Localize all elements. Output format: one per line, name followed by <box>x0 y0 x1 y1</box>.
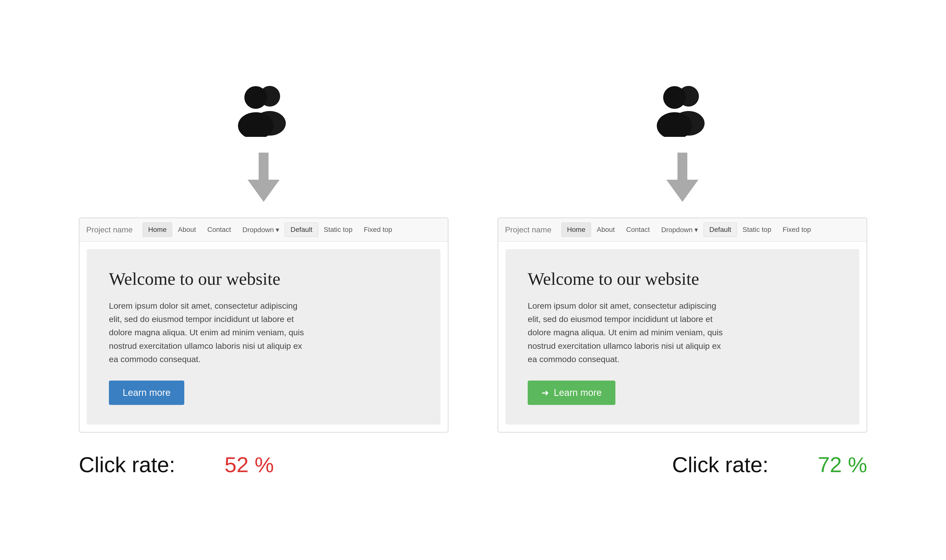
variant-b: Project name Home About Contact Dropdown… <box>498 83 867 477</box>
nav-fixedtop-b[interactable]: Fixed top <box>777 223 817 237</box>
nav-statictop-b[interactable]: Static top <box>737 223 777 237</box>
svg-rect-4 <box>259 152 269 181</box>
click-rate-row-a: Click rate: 52 % <box>79 452 448 477</box>
hero-title-b: Welcome to our website <box>528 269 837 289</box>
hero-section-b: Welcome to our website Lorem ipsum dolor… <box>506 249 859 425</box>
svg-point-2 <box>244 86 267 109</box>
click-rate-label-b: Click rate: <box>672 452 769 477</box>
svg-marker-11 <box>667 180 698 202</box>
main-container: Project name Home About Contact Dropdown… <box>59 63 887 497</box>
hero-section-a: Welcome to our website Lorem ipsum dolor… <box>87 249 440 425</box>
nav-statictop-a[interactable]: Static top <box>318 223 358 237</box>
arrow-down-b <box>667 152 698 203</box>
nav-about-a[interactable]: About <box>172 223 202 237</box>
svg-point-8 <box>663 86 686 109</box>
nav-brand-a: Project name <box>86 225 133 234</box>
nav-contact-a[interactable]: Contact <box>202 223 237 237</box>
hero-body-b: Lorem ipsum dolor sit amet, consectetur … <box>528 299 725 366</box>
nav-default-b[interactable]: Default <box>704 223 737 237</box>
nav-dropdown-b[interactable]: Dropdown ▾ <box>656 223 704 237</box>
nav-home-a[interactable]: Home <box>143 223 173 237</box>
nav-bar-b: Project name Home About Contact Dropdown… <box>498 218 867 242</box>
nav-default-a[interactable]: Default <box>285 223 318 237</box>
hero-title-a: Welcome to our website <box>109 269 418 289</box>
browser-mockup-b: Project name Home About Contact Dropdown… <box>498 218 867 433</box>
browser-mockup-a: Project name Home About Contact Dropdown… <box>79 218 448 433</box>
variant-a: Project name Home About Contact Dropdown… <box>79 83 448 477</box>
nav-dropdown-a[interactable]: Dropdown ▾ <box>237 223 285 237</box>
users-icon-a <box>224 83 303 138</box>
click-rate-value-a: 52 % <box>224 452 274 477</box>
click-rate-row-b: Click rate: 72 % <box>498 452 867 477</box>
learn-more-button-a[interactable]: Learn more <box>109 380 184 405</box>
nav-bar-a: Project name Home About Contact Dropdown… <box>79 218 448 242</box>
nav-home-b[interactable]: Home <box>562 223 591 237</box>
svg-marker-5 <box>248 180 279 202</box>
arrow-right-icon: ➜ <box>542 388 549 398</box>
users-icon-b <box>643 83 722 138</box>
arrow-down-a <box>248 152 279 203</box>
nav-contact-b[interactable]: Contact <box>620 223 656 237</box>
nav-fixedtop-a[interactable]: Fixed top <box>358 223 398 237</box>
hero-body-a: Lorem ipsum dolor sit amet, consectetur … <box>109 299 306 366</box>
click-rate-value-b: 72 % <box>818 452 867 477</box>
nav-about-b[interactable]: About <box>591 223 620 237</box>
nav-brand-b: Project name <box>505 225 552 234</box>
click-rate-label-a: Click rate: <box>79 452 175 477</box>
svg-rect-10 <box>677 152 687 181</box>
learn-more-button-b[interactable]: ➜ Learn more <box>528 380 616 405</box>
